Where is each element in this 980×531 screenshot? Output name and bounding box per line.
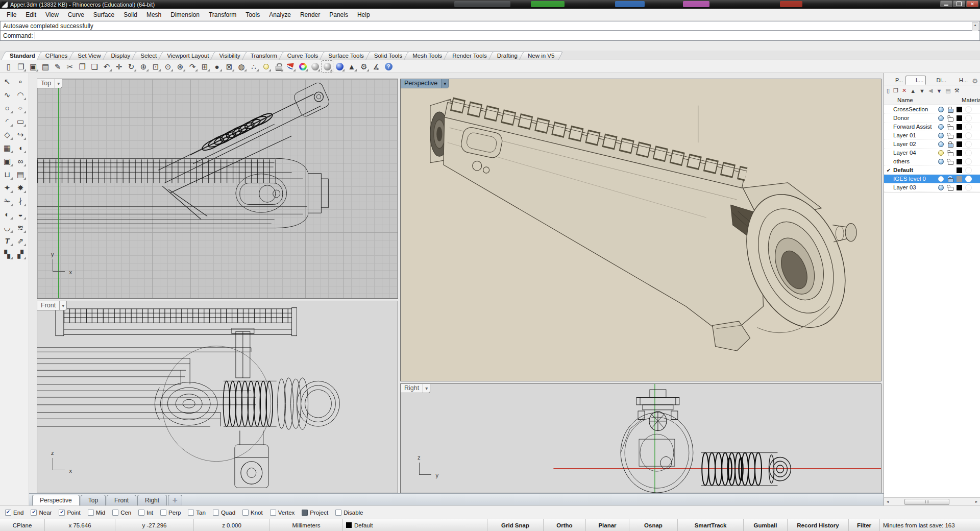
status-cell-gumball[interactable]: Gumball [744,519,788,531]
checkbox[interactable] [213,510,219,516]
surface-curved-icon[interactable]: ◖ [14,141,27,154]
visibility-bulb-icon[interactable] [936,133,945,138]
close-button[interactable] [966,1,978,7]
viewport-menu-arrow-icon[interactable] [59,301,66,310]
visibility-bulb-icon[interactable] [936,150,945,156]
lock-icon[interactable] [945,107,954,112]
toolbar-tab-transform[interactable]: Transform [244,52,284,60]
color-wheel-icon[interactable] [297,61,308,72]
osnap-toggle-project[interactable]: Project [302,510,328,516]
osnap-toggle-mid[interactable]: Mid [88,510,106,516]
menu-item-surface[interactable]: Surface [89,10,119,20]
scroll-up-icon[interactable] [972,22,978,31]
viewport-menu-arrow-icon[interactable] [441,79,448,88]
material-icon[interactable] [964,141,973,148]
layer-tools-icon[interactable]: ⚒ [954,87,960,94]
menu-item-help[interactable]: Help [353,10,375,20]
status-cell-millimeters[interactable]: Millimeters [270,519,343,531]
visibility-bulb-icon[interactable] [936,167,945,173]
material-icon[interactable] [964,124,973,130]
column-material[interactable]: Material [962,97,980,103]
viewport-menu-arrow-icon[interactable] [423,384,430,393]
viewport-top[interactable]: yx Top [37,79,398,299]
zoom-selected-icon[interactable]: ⊙ [162,61,174,72]
intersect-icon[interactable]: ◒ [14,208,27,220]
checkbox[interactable] [335,510,341,516]
open-file-icon[interactable]: ❒ [15,61,27,72]
osnap-toggle-disable[interactable]: Disable [335,510,363,516]
print-icon[interactable]: ▤ [40,61,51,72]
lock-icon[interactable] [945,150,954,156]
Layer 01[interactable]: Layer 01 [884,131,980,140]
mesh-surface-icon[interactable]: ▤ [14,168,27,180]
toolbar-tab-surface-tools[interactable]: Surface Tools [322,52,370,60]
zoom-extents-icon[interactable]: ⊛ [175,61,186,72]
status-cell-smarttrack[interactable]: SmartTrack [678,519,744,531]
layer-shield-icon[interactable] [285,61,296,72]
command-input[interactable]: Command: [0,31,980,41]
visibility-bulb-icon[interactable] [936,124,945,130]
toolbar-tab-viewport-layout[interactable]: Viewport Layout [160,52,215,60]
menu-item-file[interactable]: File [2,10,21,20]
status-cell-osnap[interactable]: Osnap [629,519,678,531]
checkbox[interactable] [59,510,65,516]
osnap-toggle-near[interactable]: Near [31,510,52,516]
move-up-icon[interactable]: ▲ [910,88,916,94]
zoom-dynamic-icon[interactable]: ⊕ [138,61,149,72]
scale-icon[interactable]: ⇗ [14,234,27,247]
visibility-bulb-icon[interactable] [936,185,945,190]
ellipse-icon[interactable]: ○ [14,102,27,114]
osnap-toggle-end[interactable]: End [5,510,23,516]
layer-color-swatch[interactable] [954,176,964,182]
menu-item-analyze[interactable]: Analyze [264,10,296,20]
array-icon[interactable]: ▞ [14,248,27,260]
lock-icon[interactable] [945,176,954,182]
text-icon[interactable]: T [1,234,13,247]
column-name[interactable]: Name [897,97,913,103]
boolean-union-icon[interactable]: ✦ [1,181,13,194]
osnap-toggle-perp[interactable]: Perp [160,510,181,516]
osnap-toggle-point[interactable]: Point [59,510,80,516]
lock-icon[interactable] [945,124,954,130]
material-icon[interactable] [964,158,973,165]
menu-item-transform[interactable]: Transform [204,10,241,20]
material-icon[interactable] [964,132,973,139]
maximize-button[interactable] [953,1,965,7]
lock-icon[interactable] [945,185,954,190]
toolbar-tab-visibility[interactable]: Visibility [212,52,247,60]
material-icon[interactable] [964,150,973,156]
status-cell-default[interactable]: Default [343,519,487,531]
checkbox[interactable] [138,510,144,516]
material-icon[interactable] [964,167,973,174]
toolbar-tab-curve-tools[interactable]: Curve Tools [281,52,325,60]
layer-color-swatch[interactable] [954,124,964,130]
zoom-window-icon[interactable]: ⊡ [150,61,161,72]
duplicate-layer-icon[interactable]: ❐ [893,87,898,94]
menu-item-render[interactable]: Render [296,10,325,20]
rotate-view-icon[interactable]: ↻ [126,61,137,72]
layer-color-swatch[interactable] [954,141,964,147]
point-icon[interactable]: ∘ [14,75,27,87]
dimension-icon[interactable]: ∡ [371,61,382,72]
checkbox[interactable] [302,510,308,516]
visibility-bulb-icon[interactable] [936,141,945,147]
toolbar-tab-set-view[interactable]: Set View [71,52,107,60]
display-tab[interactable]: Di... [926,76,949,85]
rectangle-icon[interactable]: ▭ [14,115,27,127]
move-down-icon[interactable]: ▼ [919,88,925,94]
viewport-right[interactable]: zy Right [400,383,881,493]
status-cell-cplane[interactable]: CPlane [0,519,45,531]
cut-icon[interactable]: ✂ [64,61,76,72]
checkbox[interactable] [242,510,249,516]
menu-item-edit[interactable]: Edit [21,10,41,20]
curve-icon[interactable]: ◠ [14,88,27,101]
checkbox[interactable] [112,510,118,516]
panel-horizontal-scrollbar[interactable] [884,497,980,505]
toolbar-tab-render-tools[interactable]: Render Tools [446,52,494,60]
viewport-front[interactable]: zx Front [37,301,398,493]
status-cell-ortho[interactable]: Ortho [544,519,586,531]
offset-icon[interactable]: ≋ [14,221,27,233]
polyline-icon[interactable]: ∿ [1,88,13,101]
polygon-icon[interactable]: ◇ [1,128,13,140]
toolbar-tab-new-in-v5[interactable]: New in V5 [521,52,561,60]
